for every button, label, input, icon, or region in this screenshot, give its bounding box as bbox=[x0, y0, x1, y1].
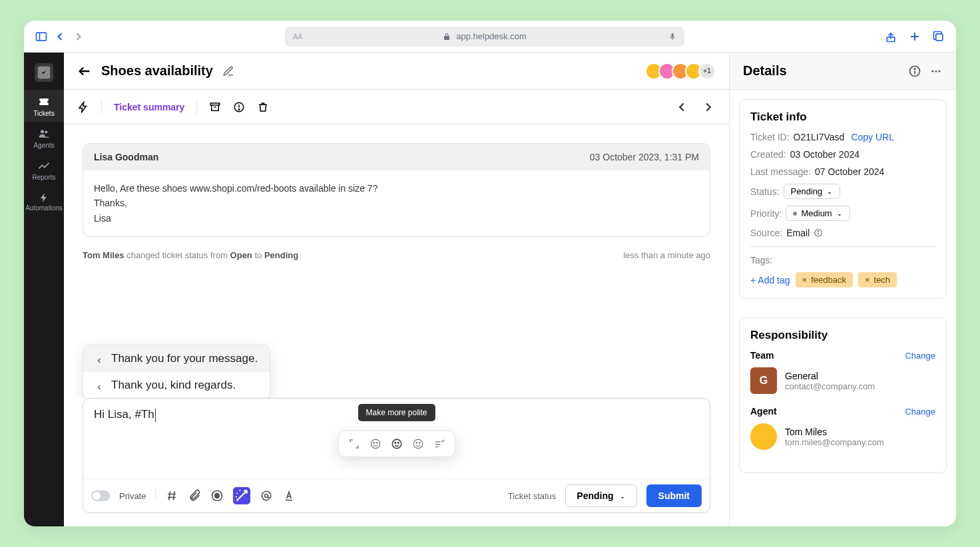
svg-point-20 bbox=[413, 439, 423, 449]
tag-chip[interactable]: ×feedback bbox=[796, 272, 853, 287]
private-toggle[interactable] bbox=[91, 490, 110, 501]
new-tab-icon[interactable] bbox=[908, 30, 921, 43]
svg-point-36 bbox=[914, 68, 915, 69]
compose-textarea[interactable]: Hi Lisa, #Th Make more polite bbox=[83, 399, 710, 478]
submit-button[interactable]: Submit bbox=[646, 484, 702, 507]
reply-composer: Hi Lisa, #Th Make more polite Private bbox=[83, 398, 710, 513]
svg-point-17 bbox=[392, 439, 401, 449]
ticket-summary-link[interactable]: Ticket summary bbox=[114, 102, 184, 112]
message-body: Hello, Are these shoes www.shopi.com/red… bbox=[83, 170, 710, 236]
svg-point-7 bbox=[41, 130, 44, 133]
svg-point-16 bbox=[376, 443, 377, 444]
change-agent-link[interactable]: Change bbox=[905, 407, 935, 417]
bolt-icon[interactable] bbox=[77, 101, 89, 113]
back-icon[interactable] bbox=[53, 30, 67, 43]
record-icon[interactable] bbox=[210, 489, 224, 502]
avatar-more[interactable]: +1 bbox=[698, 63, 716, 80]
prev-ticket[interactable] bbox=[674, 100, 689, 114]
svg-line-28 bbox=[169, 491, 170, 500]
nav-rail: Tickets Agents Reports Automations bbox=[24, 53, 64, 526]
svg-line-29 bbox=[174, 491, 175, 500]
close-icon[interactable]: × bbox=[802, 275, 808, 285]
tag-chip[interactable]: ×tech bbox=[858, 272, 897, 287]
team-avatar: G bbox=[750, 367, 777, 394]
svg-rect-10 bbox=[211, 103, 220, 105]
svg-point-31 bbox=[215, 494, 220, 498]
message-card: Lisa Goodman 03 October 2023, 1:31 PM He… bbox=[83, 143, 710, 237]
tabs-icon[interactable] bbox=[932, 30, 945, 43]
details-title: Details bbox=[743, 63, 900, 79]
agent-avatar bbox=[750, 423, 777, 450]
attachment-icon[interactable] bbox=[188, 489, 201, 502]
alert-icon[interactable] bbox=[233, 101, 245, 113]
rail-automations[interactable]: Automations bbox=[24, 186, 64, 218]
trash-icon[interactable] bbox=[257, 101, 269, 113]
responsibility-heading: Responsibility bbox=[750, 329, 935, 342]
suggestion-item[interactable]: Thank you, kind regards. bbox=[83, 372, 270, 398]
ticket-title: Shoes availability bbox=[101, 63, 213, 79]
message-time: 03 October 2023, 1:31 PM bbox=[590, 152, 699, 162]
ai-toolbar bbox=[338, 431, 455, 457]
message-sender: Lisa Goodman bbox=[94, 152, 158, 162]
ticket-header: Shoes availability +1 bbox=[64, 53, 729, 90]
svg-point-18 bbox=[395, 443, 396, 444]
close-icon[interactable]: × bbox=[865, 275, 870, 285]
ticket-toolbar: Ticket summary bbox=[64, 90, 729, 124]
status-change-log: Tom Miles changed ticket status from Ope… bbox=[83, 250, 710, 260]
rail-reports[interactable]: Reports bbox=[24, 154, 64, 186]
priority-pill[interactable]: Medium bbox=[786, 206, 850, 221]
add-tag-link[interactable]: + Add tag bbox=[750, 275, 790, 285]
sidebar-icon[interactable] bbox=[35, 30, 48, 43]
copy-url-link[interactable]: Copy URL bbox=[851, 132, 894, 142]
team-name: General bbox=[785, 371, 875, 381]
details-panel: Details Ticket info Ticket ID:O21LI7Vasd… bbox=[730, 53, 956, 526]
chevron-left-icon bbox=[95, 355, 103, 363]
responsibility-panel: Responsibility Team Change G General con… bbox=[739, 317, 947, 473]
emoji-icon[interactable] bbox=[412, 438, 424, 450]
canned-suggestions: Thank you for your message. Thank you, k… bbox=[83, 345, 270, 398]
share-icon[interactable] bbox=[884, 30, 897, 43]
svg-point-39 bbox=[939, 70, 941, 72]
rail-tickets[interactable]: Tickets bbox=[24, 90, 64, 122]
svg-point-14 bbox=[371, 439, 380, 449]
svg-point-13 bbox=[239, 108, 240, 110]
chevron-left-icon bbox=[95, 381, 103, 389]
change-team-link[interactable]: Change bbox=[905, 351, 935, 361]
svg-rect-5 bbox=[936, 33, 943, 40]
svg-point-8 bbox=[45, 130, 47, 133]
participant-avatars[interactable]: +1 bbox=[649, 63, 716, 80]
svg-point-19 bbox=[397, 443, 399, 444]
back-button[interactable] bbox=[77, 64, 92, 79]
rail-agents[interactable]: Agents bbox=[24, 122, 64, 154]
agent-label: Agent bbox=[750, 406, 777, 417]
list-check-icon[interactable] bbox=[433, 438, 445, 450]
more-icon[interactable] bbox=[929, 65, 943, 78]
private-label: Private bbox=[119, 491, 146, 501]
info-icon[interactable] bbox=[908, 65, 921, 78]
expand-icon[interactable] bbox=[348, 438, 360, 450]
status-select[interactable]: Pending bbox=[565, 484, 636, 507]
ticket-info-heading: Ticket info bbox=[750, 110, 935, 124]
next-ticket[interactable] bbox=[701, 100, 716, 114]
magic-icon[interactable] bbox=[233, 487, 250, 504]
info-icon[interactable] bbox=[814, 228, 823, 238]
hash-icon[interactable] bbox=[165, 489, 178, 502]
ticket-info-panel: Ticket info Ticket ID:O21LI7VasdCopy URL… bbox=[739, 99, 947, 299]
text-format-icon[interactable] bbox=[282, 489, 296, 502]
polite-icon[interactable] bbox=[391, 438, 403, 450]
edit-icon[interactable] bbox=[222, 65, 234, 77]
team-email: contact@company.com bbox=[785, 381, 875, 391]
emoji-icon[interactable] bbox=[369, 438, 381, 450]
archive-icon[interactable] bbox=[209, 101, 221, 113]
team-label: Team bbox=[750, 350, 774, 361]
suggestion-item[interactable]: Thank you for your message. bbox=[83, 345, 270, 372]
text-size-icon[interactable]: AA bbox=[293, 33, 303, 41]
agent-email: tom.miles@company.com bbox=[785, 437, 884, 447]
app-logo[interactable] bbox=[35, 63, 53, 82]
forward-icon bbox=[72, 30, 85, 43]
mention-icon[interactable] bbox=[260, 489, 273, 502]
status-pill[interactable]: Pending bbox=[784, 184, 841, 199]
url-field[interactable]: AA app.helpdesk.com bbox=[285, 27, 684, 47]
mic-icon[interactable] bbox=[668, 33, 676, 41]
svg-point-38 bbox=[935, 70, 937, 72]
